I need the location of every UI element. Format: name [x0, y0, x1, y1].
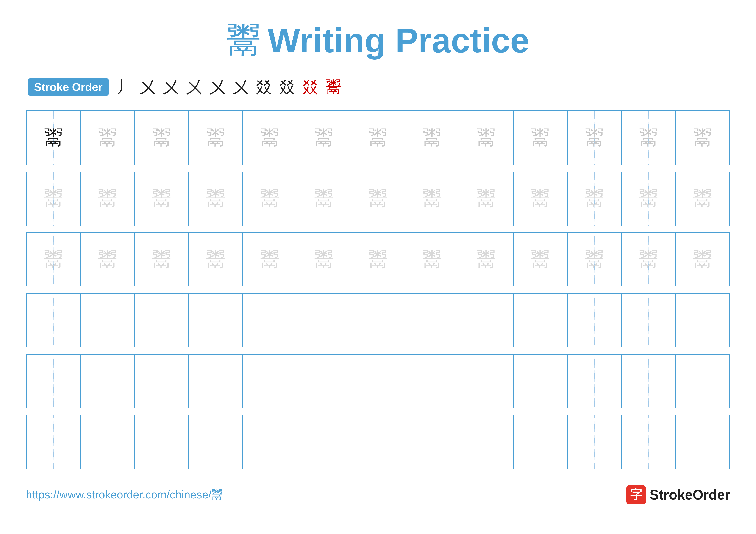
grid-cell[interactable]: 鬻	[351, 172, 405, 226]
grid-cell[interactable]: 鬻	[676, 111, 730, 165]
practice-character: 鬻	[476, 250, 496, 269]
grid-cell[interactable]: 鬻	[405, 172, 459, 226]
grid-cell[interactable]: 鬻	[676, 232, 730, 287]
grid-cell[interactable]: 鬻	[243, 232, 297, 287]
grid-cell[interactable]	[80, 293, 134, 347]
grid-cell[interactable]	[513, 293, 567, 347]
grid-cell[interactable]: 鬻	[459, 111, 513, 165]
grid-cell[interactable]: 鬻	[567, 232, 622, 287]
grid-cell[interactable]: 鬻	[513, 172, 567, 226]
grid-cell[interactable]	[134, 415, 189, 469]
practice-character: 鬻	[585, 189, 604, 208]
stroke-step-5: 㐅	[209, 77, 225, 97]
grid-cell[interactable]	[459, 415, 513, 469]
grid-cell[interactable]: 鬻	[513, 232, 567, 287]
practice-character: 鬻	[260, 250, 280, 269]
grid-cell[interactable]	[243, 354, 297, 408]
grid-cell[interactable]	[405, 293, 459, 347]
grid-cell[interactable]	[26, 415, 80, 469]
grid-cell[interactable]: 鬻	[297, 232, 351, 287]
grid-cell[interactable]: 鬻	[513, 111, 567, 165]
grid-cell[interactable]	[405, 354, 459, 408]
grid-cell[interactable]	[243, 415, 297, 469]
grid-cell[interactable]	[676, 415, 730, 469]
grid-cell[interactable]: 鬻	[134, 232, 189, 287]
grid-cell[interactable]	[26, 293, 80, 347]
practice-character: 鬻	[368, 189, 388, 208]
practice-character: 鬻	[585, 128, 604, 147]
grid-cell[interactable]	[351, 415, 405, 469]
grid-cell[interactable]: 鬻	[405, 232, 459, 287]
grid-cell[interactable]: 鬻	[80, 232, 134, 287]
grid-cell[interactable]	[622, 354, 676, 408]
grid-cell[interactable]	[622, 415, 676, 469]
grid-cell[interactable]: 鬻	[243, 111, 297, 165]
grid-cell[interactable]	[459, 354, 513, 408]
grid-cell[interactable]	[351, 354, 405, 408]
practice-character: 鬻	[152, 189, 171, 208]
practice-grid: 鬻鬻鬻鬻鬻鬻鬻鬻鬻鬻鬻鬻鬻鬻鬻鬻鬻鬻鬻鬻鬻鬻鬻鬻鬻鬻鬻鬻鬻鬻鬻鬻鬻鬻鬻鬻鬻鬻鬻	[26, 110, 730, 476]
grid-cell[interactable]: 鬻	[622, 232, 676, 287]
grid-cell[interactable]	[459, 293, 513, 347]
grid-cell[interactable]: 鬻	[26, 232, 80, 287]
grid-cell[interactable]	[405, 415, 459, 469]
practice-character: 鬻	[693, 189, 712, 208]
grid-cell[interactable]	[189, 354, 243, 408]
grid-cell[interactable]: 鬻	[80, 111, 134, 165]
grid-cell[interactable]: 鬻	[243, 172, 297, 226]
grid-cell[interactable]	[567, 415, 622, 469]
grid-cell[interactable]: 鬻	[80, 172, 134, 226]
grid-cell[interactable]	[189, 293, 243, 347]
page: 鬻 Writing Practice Stroke Order 丿 㐅 㐅 㐅 …	[0, 0, 756, 534]
grid-cell[interactable]	[297, 293, 351, 347]
grid-cell[interactable]	[243, 293, 297, 347]
grid-cell[interactable]	[134, 354, 189, 408]
practice-character: 鬻	[530, 189, 550, 208]
grid-cell[interactable]	[513, 354, 567, 408]
grid-cell[interactable]: 鬻	[297, 111, 351, 165]
grid-cell[interactable]	[134, 293, 189, 347]
grid-cell[interactable]	[80, 354, 134, 408]
footer-brand: 字 StrokeOrder	[627, 485, 730, 504]
practice-character: 鬻	[476, 128, 496, 147]
grid-cell[interactable]: 鬻	[26, 111, 80, 165]
grid-cell[interactable]: 鬻	[567, 172, 622, 226]
practice-character: 鬻	[44, 128, 63, 147]
grid-cell[interactable]: 鬻	[459, 232, 513, 287]
grid-cell[interactable]: 鬻	[567, 111, 622, 165]
grid-cell[interactable]: 鬻	[351, 111, 405, 165]
practice-character: 鬻	[314, 250, 334, 269]
grid-cell[interactable]: 鬻	[189, 232, 243, 287]
grid-cell[interactable]: 鬻	[297, 172, 351, 226]
stroke-step-4: 㐅	[186, 77, 202, 97]
grid-cell[interactable]	[676, 293, 730, 347]
grid-cell[interactable]	[622, 293, 676, 347]
grid-cell[interactable]	[567, 293, 622, 347]
practice-character: 鬻	[152, 128, 171, 147]
grid-cell[interactable]: 鬻	[459, 172, 513, 226]
footer: https://www.strokeorder.com/chinese/鬻 字 …	[26, 485, 730, 504]
grid-cell[interactable]	[351, 293, 405, 347]
practice-character: 鬻	[44, 250, 63, 269]
grid-cell[interactable]: 鬻	[189, 172, 243, 226]
grid-cell[interactable]	[567, 354, 622, 408]
grid-cell[interactable]	[297, 354, 351, 408]
grid-cell[interactable]	[26, 354, 80, 408]
grid-cell[interactable]: 鬻	[676, 172, 730, 226]
grid-cell[interactable]: 鬻	[134, 172, 189, 226]
grid-cell[interactable]: 鬻	[622, 111, 676, 165]
grid-cell[interactable]: 鬻	[351, 232, 405, 287]
grid-cell[interactable]	[189, 415, 243, 469]
grid-cell[interactable]: 鬻	[622, 172, 676, 226]
practice-character: 鬻	[693, 128, 712, 147]
grid-cell[interactable]: 鬻	[189, 111, 243, 165]
grid-cell[interactable]: 鬻	[405, 111, 459, 165]
grid-cell[interactable]: 鬻	[26, 172, 80, 226]
grid-cell[interactable]: 鬻	[134, 111, 189, 165]
grid-cell[interactable]	[80, 415, 134, 469]
grid-cell[interactable]	[297, 415, 351, 469]
grid-cell[interactable]	[513, 415, 567, 469]
practice-character: 鬻	[422, 189, 442, 208]
grid-cell[interactable]	[676, 354, 730, 408]
footer-url[interactable]: https://www.strokeorder.com/chinese/鬻	[26, 487, 223, 502]
